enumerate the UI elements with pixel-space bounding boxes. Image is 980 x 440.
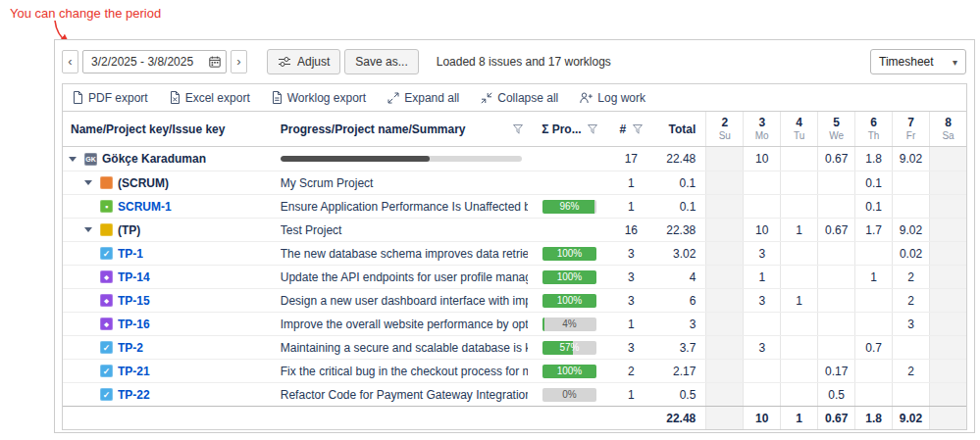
next-period-button[interactable]: ›	[231, 50, 247, 73]
save-as-button[interactable]: Save as...	[344, 49, 418, 74]
day-cell[interactable]	[705, 336, 743, 359]
day-cell[interactable]	[780, 313, 817, 335]
day-cell[interactable]: 0.67	[817, 147, 854, 171]
prev-period-button[interactable]: ‹	[62, 50, 78, 73]
day-cell[interactable]: 2	[892, 360, 929, 382]
day-cell[interactable]	[817, 289, 854, 312]
day-cell[interactable]	[929, 147, 966, 171]
day-column-header[interactable]: 2Su	[705, 112, 743, 146]
table-row[interactable]: (TP)Test Project1622.381010.671.79.02	[63, 218, 966, 241]
day-cell[interactable]	[817, 195, 854, 218]
row-label[interactable]: TP-16	[118, 318, 150, 331]
collapse-all-button[interactable]: Collapse all	[481, 91, 558, 105]
day-cell[interactable]: 0.1	[854, 195, 892, 218]
col-header-count[interactable]: #	[611, 112, 650, 146]
log-work-button[interactable]: Log work	[580, 91, 645, 105]
day-cell[interactable]: 1	[854, 266, 892, 288]
day-cell[interactable]	[705, 383, 743, 406]
chevron-down-icon[interactable]	[84, 180, 92, 185]
day-cell[interactable]: 0.5	[817, 383, 854, 406]
table-row[interactable]: TP-21Fix the critical bug in the checkou…	[63, 359, 966, 382]
day-cell[interactable]	[929, 289, 966, 312]
expand-all-button[interactable]: Expand all	[387, 91, 459, 105]
adjust-button[interactable]: Adjust	[267, 49, 340, 74]
excel-export-button[interactable]: Excel export	[170, 91, 250, 105]
day-cell[interactable]	[743, 383, 780, 406]
day-cell[interactable]	[705, 360, 743, 382]
day-cell[interactable]: 3	[743, 289, 780, 312]
day-cell[interactable]	[892, 383, 929, 406]
day-cell[interactable]	[780, 242, 817, 265]
col-header-total[interactable]: Total	[650, 112, 705, 146]
row-label[interactable]: TP-14	[118, 270, 150, 284]
table-row[interactable]: TP-14Update the API endpoints for user p…	[63, 265, 966, 288]
worklog-export-button[interactable]: Worklog export	[272, 91, 366, 105]
day-cell[interactable]	[705, 313, 743, 335]
pdf-export-button[interactable]: PDF export	[73, 91, 148, 105]
day-cell[interactable]	[780, 147, 817, 171]
day-cell[interactable]	[780, 171, 817, 194]
chevron-down-icon[interactable]	[69, 157, 77, 162]
day-cell[interactable]	[929, 336, 966, 359]
row-label[interactable]: Gökçe Karaduman	[102, 152, 206, 166]
filter-icon[interactable]	[513, 124, 523, 134]
day-cell[interactable]: 1.7	[854, 219, 892, 241]
day-cell[interactable]	[817, 266, 854, 288]
day-cell[interactable]: 0.7	[854, 336, 892, 359]
day-cell[interactable]	[705, 242, 743, 265]
day-cell[interactable]	[929, 360, 966, 382]
table-row[interactable]: SCRUM-1Ensure Application Performance Is…	[63, 194, 966, 218]
day-cell[interactable]	[817, 336, 854, 359]
day-cell[interactable]	[743, 171, 780, 194]
period-input[interactable]: 3/2/2025 - 3/8/2025	[82, 50, 227, 73]
day-cell[interactable]	[705, 289, 743, 312]
day-cell[interactable]	[929, 219, 966, 241]
day-cell[interactable]: 0.67	[817, 219, 854, 241]
day-cell[interactable]	[817, 171, 854, 194]
chevron-down-icon[interactable]	[84, 227, 92, 232]
day-cell[interactable]: 3	[743, 336, 780, 359]
day-cell[interactable]	[780, 336, 817, 359]
day-cell[interactable]	[780, 360, 817, 382]
row-label[interactable]: TP-1	[118, 247, 143, 261]
row-label[interactable]: (TP)	[118, 223, 140, 237]
row-label[interactable]: TP-15	[118, 294, 150, 308]
view-select[interactable]: Timesheet ▾	[870, 49, 966, 74]
day-cell[interactable]: 2	[892, 266, 929, 288]
table-row[interactable]: TP-2Maintaining a secure and scalable da…	[63, 335, 966, 359]
day-cell[interactable]	[705, 171, 743, 194]
day-cell[interactable]	[854, 383, 892, 406]
day-cell[interactable]	[929, 383, 966, 406]
day-cell[interactable]	[929, 242, 966, 265]
day-cell[interactable]: 2	[892, 289, 929, 312]
day-column-header[interactable]: 3Mo	[743, 112, 780, 146]
day-column-header[interactable]: 4Tu	[780, 112, 817, 146]
day-cell[interactable]	[780, 383, 817, 406]
col-header-name[interactable]: Name/Project key/Issue key	[63, 112, 281, 146]
table-row[interactable]: TP-1The new database schema improves dat…	[63, 241, 966, 265]
day-cell[interactable]: 10	[743, 147, 780, 171]
day-cell[interactable]	[817, 313, 854, 335]
day-column-header[interactable]: 7Fr	[892, 112, 929, 146]
day-cell[interactable]	[705, 195, 743, 218]
day-cell[interactable]	[817, 242, 854, 265]
day-cell[interactable]	[743, 313, 780, 335]
day-cell[interactable]: 1	[743, 266, 780, 288]
col-header-progress[interactable]: Σ Pro...	[527, 112, 611, 146]
day-cell[interactable]	[929, 171, 966, 194]
day-cell[interactable]	[743, 195, 780, 218]
day-cell[interactable]	[854, 360, 892, 382]
table-row[interactable]: TP-22Refactor Code for Payment Gateway I…	[63, 382, 966, 406]
day-cell[interactable]	[892, 336, 929, 359]
day-cell[interactable]	[929, 266, 966, 288]
table-row[interactable]: TP-15Design a new user dashboard interfa…	[63, 288, 966, 312]
col-header-summary[interactable]: Progress/Project name/Summary	[281, 112, 528, 146]
table-row[interactable]: TP-16Improve the overall website perform…	[63, 312, 966, 335]
day-cell[interactable]: 9.02	[892, 219, 929, 241]
day-cell[interactable]	[854, 242, 892, 265]
day-column-header[interactable]: 5We	[817, 112, 854, 146]
day-cell[interactable]	[854, 289, 892, 312]
table-row[interactable]: (SCRUM)My Scrum Project10.10.1	[63, 171, 966, 194]
day-column-header[interactable]: 6Th	[854, 112, 892, 146]
row-label[interactable]: TP-21	[118, 365, 150, 378]
